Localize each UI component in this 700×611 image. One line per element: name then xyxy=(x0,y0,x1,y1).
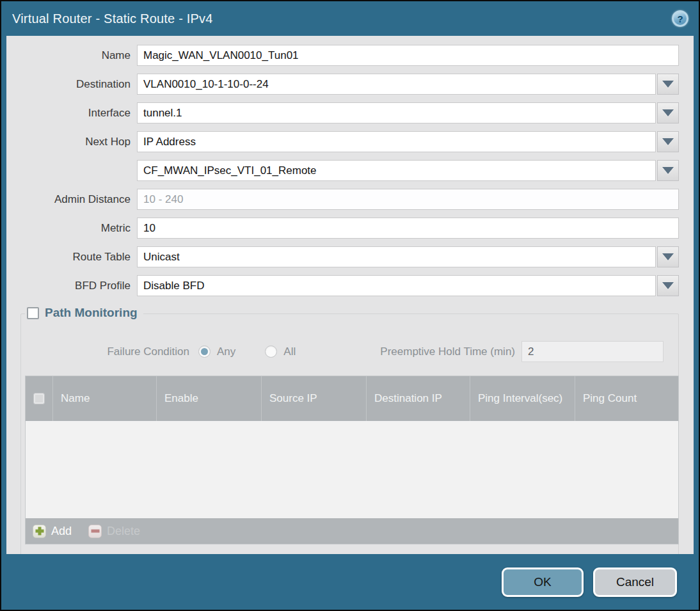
path-monitoring-fieldset: Path Monitoring Failure Condition Any Al… xyxy=(20,313,679,554)
failure-condition-all-label: All xyxy=(283,345,296,358)
metric-label: Metric xyxy=(6,222,137,235)
metric-field-wrap xyxy=(137,218,679,239)
name-input[interactable] xyxy=(137,45,679,66)
admin-distance-label: Admin Distance xyxy=(6,193,137,206)
destination-row: Destination xyxy=(6,74,679,95)
route-table-dropdown-button[interactable] xyxy=(657,246,679,267)
chevron-down-icon xyxy=(662,282,674,289)
path-monitoring-checkbox[interactable] xyxy=(27,307,39,319)
table-header-name[interactable]: Name xyxy=(52,376,156,421)
metric-row: Metric xyxy=(6,218,679,239)
name-row: Name xyxy=(6,45,679,66)
next-hop-address-row xyxy=(6,160,679,181)
admin-distance-field-wrap xyxy=(137,189,679,210)
table-toolbar: Add Delete xyxy=(26,518,678,544)
bfd-profile-row: BFD Profile xyxy=(6,275,679,296)
next-hop-address-dropdown-button[interactable] xyxy=(657,160,679,181)
next-hop-row: Next Hop xyxy=(6,131,679,152)
chevron-down-icon xyxy=(662,253,674,260)
next-hop-label: Next Hop xyxy=(6,136,137,148)
minus-icon xyxy=(88,525,102,538)
ok-button[interactable]: OK xyxy=(502,567,584,597)
route-table-input[interactable] xyxy=(137,246,656,267)
admin-distance-input[interactable] xyxy=(137,189,679,210)
destination-dropdown-button[interactable] xyxy=(657,74,679,95)
destination-label: Destination xyxy=(6,78,137,91)
add-button[interactable]: Add xyxy=(33,525,72,538)
path-monitoring-table: Name Enable Source IP Destination IP Pin… xyxy=(25,376,679,544)
name-field-wrap xyxy=(137,45,679,66)
interface-row: Interface xyxy=(6,102,679,123)
path-monitoring-legend: Path Monitoring xyxy=(25,306,143,320)
path-monitoring-title: Path Monitoring xyxy=(45,306,138,320)
chevron-down-icon xyxy=(662,81,674,88)
dialog-titlebar: Virtual Router - Static Route - IPv4 ? xyxy=(1,1,699,36)
preemptive-hold-time-input[interactable] xyxy=(521,341,664,362)
dialog-footer: OK Cancel xyxy=(1,554,699,610)
table-header-source-ip[interactable]: Source IP xyxy=(261,376,366,421)
admin-distance-row: Admin Distance xyxy=(6,189,679,210)
route-table-row: Route Table xyxy=(6,246,679,267)
delete-button-label: Delete xyxy=(107,525,140,538)
help-icon[interactable]: ? xyxy=(672,10,688,27)
chevron-down-icon xyxy=(662,138,674,145)
failure-condition-row: Failure Condition Any All Preemptive Hol… xyxy=(42,341,664,362)
interface-label: Interface xyxy=(6,107,137,120)
interface-field-wrap xyxy=(137,102,679,123)
failure-condition-all-radio[interactable] xyxy=(265,345,277,358)
chevron-down-icon xyxy=(662,109,674,116)
bfd-profile-input[interactable] xyxy=(137,275,656,296)
dialog-title: Virtual Router - Static Route - IPv4 xyxy=(12,12,213,26)
next-hop-field-wrap xyxy=(137,131,679,152)
failure-condition-any-label: Any xyxy=(217,345,235,358)
table-header-enable[interactable]: Enable xyxy=(156,376,261,421)
table-header-ping-count[interactable]: Ping Count xyxy=(575,376,678,421)
delete-button[interactable]: Delete xyxy=(88,525,140,538)
add-button-label: Add xyxy=(51,525,72,538)
route-table-label: Route Table xyxy=(6,251,137,264)
chevron-down-icon xyxy=(662,167,674,174)
next-hop-address-field-wrap xyxy=(137,160,679,181)
dialog-body: Name Destination Interface Next Hop xyxy=(6,36,694,554)
radio-selected-dot xyxy=(201,348,208,355)
static-route-dialog: Virtual Router - Static Route - IPv4 ? N… xyxy=(0,0,700,611)
table-header-ping-interval[interactable]: Ping Interval(sec) xyxy=(470,376,575,421)
bfd-profile-dropdown-button[interactable] xyxy=(657,275,679,296)
metric-input[interactable] xyxy=(137,218,679,239)
bfd-profile-label: BFD Profile xyxy=(6,280,137,292)
interface-input[interactable] xyxy=(137,102,656,123)
table-header-row: Name Enable Source IP Destination IP Pin… xyxy=(26,376,678,421)
cancel-button[interactable]: Cancel xyxy=(593,567,677,597)
failure-condition-any-radio[interactable] xyxy=(198,345,211,358)
next-hop-address-input[interactable] xyxy=(137,160,656,181)
name-label: Name xyxy=(6,49,137,62)
table-header-checkbox-cell xyxy=(26,376,52,421)
destination-input[interactable] xyxy=(137,74,656,95)
failure-condition-label: Failure Condition xyxy=(42,345,189,358)
destination-field-wrap xyxy=(137,74,679,95)
next-hop-type-dropdown-button[interactable] xyxy=(657,131,679,152)
interface-dropdown-button[interactable] xyxy=(657,102,679,123)
select-all-checkbox[interactable] xyxy=(33,393,45,404)
table-body-empty xyxy=(26,421,678,518)
bfd-profile-field-wrap xyxy=(137,275,679,296)
route-table-field-wrap xyxy=(137,246,679,267)
preemptive-hold-time-label: Preemptive Hold Time (min) xyxy=(380,345,515,358)
table-header-destination-ip[interactable]: Destination IP xyxy=(366,376,470,421)
plus-icon xyxy=(33,525,46,538)
next-hop-type-input[interactable] xyxy=(137,131,656,152)
